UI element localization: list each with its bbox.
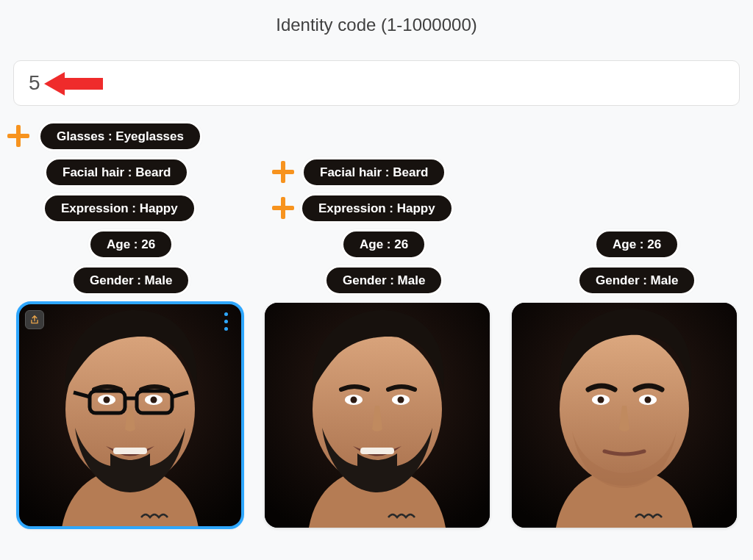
svg-rect-15 (360, 448, 394, 454)
result-thumbnail[interactable] (265, 303, 490, 528)
attribute-pill-expression[interactable]: Expression : Happy (300, 193, 454, 223)
attribute-pill-expression[interactable]: Expression : Happy (43, 193, 196, 223)
result-thumbnail[interactable] (512, 303, 737, 528)
svg-point-17 (351, 397, 357, 403)
plus-icon (272, 161, 294, 183)
attribute-pill-gender[interactable]: Gender : Male (577, 265, 696, 295)
result-thumbnail[interactable] (18, 303, 243, 528)
identity-code-input[interactable] (13, 60, 740, 106)
svg-point-7 (151, 397, 157, 403)
svg-point-19 (398, 397, 404, 403)
plus-icon (7, 125, 29, 147)
svg-point-5 (104, 397, 110, 403)
share-icon (29, 315, 40, 325)
plus-icon (272, 197, 294, 219)
share-button[interactable] (25, 310, 44, 329)
svg-point-23 (598, 397, 604, 403)
attribute-pill-facial-hair[interactable]: Facial hair : Beard (301, 157, 446, 187)
portrait-image (18, 303, 243, 528)
svg-point-25 (645, 397, 652, 403)
attribute-pill-gender[interactable]: Gender : Male (324, 265, 443, 295)
portrait-image (265, 303, 490, 528)
attribute-pill-age[interactable]: Age : 26 (594, 229, 679, 259)
svg-rect-3 (113, 448, 147, 454)
thumbnail-menu-button[interactable] (219, 310, 232, 332)
attribute-pill-facial-hair[interactable]: Facial hair : Beard (44, 157, 189, 187)
identity-code-label: Identity code (1-1000000) (0, 15, 753, 35)
portrait-image (512, 303, 737, 528)
attribute-pill-glasses[interactable]: Glasses : Eyeglasses (38, 121, 202, 151)
attribute-pill-gender[interactable]: Gender : Male (71, 265, 190, 295)
attribute-pill-age[interactable]: Age : 26 (341, 229, 427, 259)
attribute-pill-age[interactable]: Age : 26 (88, 229, 174, 259)
